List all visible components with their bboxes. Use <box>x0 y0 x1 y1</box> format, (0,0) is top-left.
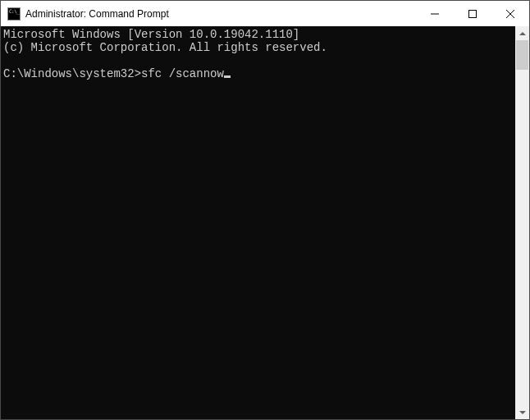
minimize-button[interactable] <box>416 1 454 26</box>
titlebar[interactable]: Administrator: Command Prompt <box>1 1 529 26</box>
terminal-line: Microsoft Windows [Version 10.0.19042.11… <box>3 28 299 41</box>
cursor <box>224 75 231 78</box>
client-area: Microsoft Windows [Version 10.0.19042.11… <box>1 26 529 419</box>
window-controls <box>416 1 529 26</box>
terminal-line: (c) Microsoft Corporation. All rights re… <box>3 41 327 54</box>
vertical-scrollbar[interactable] <box>515 26 529 419</box>
scroll-up-button[interactable] <box>515 26 529 40</box>
cmd-icon <box>7 7 21 21</box>
window-title: Administrator: Command Prompt <box>25 8 416 20</box>
window-frame: Administrator: Command Prompt Microsoft <box>0 0 530 420</box>
svg-rect-1 <box>469 10 477 17</box>
terminal-output[interactable]: Microsoft Windows [Version 10.0.19042.11… <box>1 26 515 419</box>
scroll-down-button[interactable] <box>515 405 529 419</box>
close-icon <box>506 10 514 18</box>
close-button[interactable] <box>491 1 529 26</box>
terminal-prompt: C:\Windows\system32> <box>3 67 141 80</box>
maximize-button[interactable] <box>454 1 491 26</box>
maximize-icon <box>468 10 477 18</box>
scroll-thumb[interactable] <box>516 40 528 70</box>
minimize-icon <box>431 10 439 18</box>
terminal-command: sfc /scannow <box>141 67 224 80</box>
